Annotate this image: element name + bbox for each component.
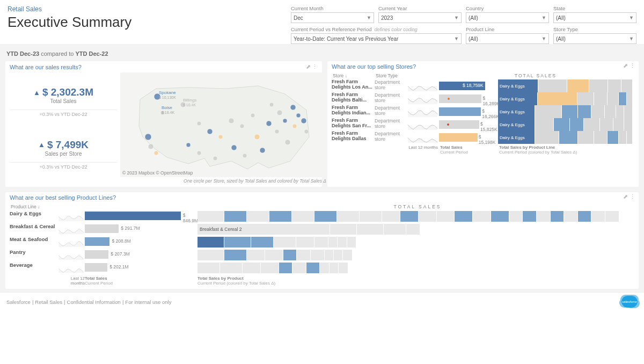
store-bar[interactable]: $ 16,289K bbox=[439, 92, 498, 105]
store-name[interactable]: Fresh Farm Delights Balti... bbox=[332, 92, 375, 105]
sparkline bbox=[407, 79, 439, 92]
svg-text:Spokane: Spokane bbox=[159, 90, 176, 95]
expand-icon[interactable]: ⬈ bbox=[306, 63, 311, 70]
label-period: Current Period vs Reference Period defin… bbox=[291, 26, 462, 32]
store-treemap[interactable]: Dairy & Eggs bbox=[498, 118, 632, 131]
product-line-name[interactable]: Breakfast & Cereal bbox=[10, 223, 58, 236]
panel-title-sales: What are our sales results? bbox=[10, 64, 82, 70]
store-type: Department store bbox=[375, 131, 407, 144]
select-state[interactable]: (All)▼ bbox=[553, 12, 636, 23]
panel-title-products: What are our best selling Product Lines? bbox=[10, 194, 116, 201]
select-period[interactable]: Year-to-Date: Current Year vs Previous Y… bbox=[291, 33, 462, 44]
col-total-sales: TOTAL SALES bbox=[439, 72, 632, 79]
store-bar[interactable]: $ 15,825K bbox=[439, 118, 498, 131]
more-icon[interactable]: ⋮ bbox=[630, 193, 635, 200]
chevron-down-icon: ▼ bbox=[629, 15, 634, 20]
svg-point-15 bbox=[260, 148, 265, 153]
svg-text:$ 10.4K: $ 10.4K bbox=[183, 103, 196, 107]
chevron-down-icon: ▼ bbox=[541, 36, 546, 41]
store-bar[interactable]: $ 18,759K bbox=[439, 79, 498, 92]
store-treemap[interactable]: Dairy & Eggs bbox=[498, 105, 632, 118]
svg-point-26 bbox=[304, 129, 309, 134]
expand-icon[interactable]: ⬈ bbox=[623, 62, 628, 69]
store-name[interactable]: Fresh Farm Delights Indian... bbox=[332, 105, 375, 118]
svg-point-4 bbox=[148, 144, 153, 149]
select-product-line[interactable]: (All)▼ bbox=[466, 33, 549, 44]
store-bar[interactable]: $ 16,266K bbox=[439, 105, 498, 118]
col-product-line[interactable]: Product Line ↓ bbox=[10, 203, 58, 210]
label-current-month: Current Month bbox=[291, 5, 374, 11]
select-country[interactable]: (All)▼ bbox=[466, 12, 549, 23]
svg-text:$ 10,130K: $ 10,130K bbox=[159, 96, 176, 99]
store-treemap[interactable]: Dairy & Eggs bbox=[498, 131, 632, 144]
salesforce-logo: salesforce bbox=[621, 296, 638, 308]
more-icon[interactable]: ⋮ bbox=[630, 62, 635, 69]
store-treemap[interactable]: Dairy & Eggs bbox=[498, 92, 632, 105]
product-treemap[interactable] bbox=[197, 249, 638, 262]
sparkline bbox=[407, 131, 439, 144]
product-bar[interactable]: $ 208.8M bbox=[85, 236, 197, 249]
sparkline bbox=[58, 262, 85, 275]
svg-point-7 bbox=[207, 129, 213, 134]
footer-text: Salesforce|Retail Sales|Confidential Inf… bbox=[6, 299, 171, 305]
product-bar[interactable]: $ 291.7M bbox=[85, 223, 197, 236]
product-line-name[interactable]: Beverage bbox=[10, 262, 58, 275]
panel-product-lines: What are our best selling Product Lines?… bbox=[5, 192, 639, 289]
product-treemap[interactable] bbox=[197, 262, 638, 275]
product-bar[interactable]: $ 202.1M bbox=[85, 262, 197, 275]
svg-point-6 bbox=[197, 121, 201, 126]
svg-point-12 bbox=[243, 154, 247, 158]
expand-icon[interactable]: ⬈ bbox=[623, 193, 628, 200]
svg-text:Boise: Boise bbox=[162, 105, 173, 110]
store-type: Department store bbox=[375, 118, 407, 131]
chevron-down-icon: ▼ bbox=[367, 15, 371, 20]
svg-point-10 bbox=[231, 145, 237, 150]
svg-text:Billings: Billings bbox=[183, 98, 196, 103]
panel-sales-results: What are our sales results? ⬈⋮ ▲$ 2,302.… bbox=[5, 61, 322, 187]
svg-point-23 bbox=[292, 124, 297, 128]
svg-point-24 bbox=[296, 113, 301, 118]
svg-point-25 bbox=[301, 118, 306, 123]
chevron-down-icon: ▼ bbox=[454, 15, 459, 20]
product-treemap[interactable] bbox=[197, 210, 638, 223]
kpi-total-sales: ▲$ 2,302.3M Total Sales +0.3% vs YTD Dec… bbox=[10, 86, 117, 117]
store-name[interactable]: Fresh Farm Delights Dallas bbox=[332, 131, 375, 144]
chevron-down-icon: ▼ bbox=[454, 36, 459, 41]
svg-point-21 bbox=[285, 140, 290, 145]
store-treemap[interactable]: Dairy & Eggs bbox=[498, 79, 632, 92]
product-line-name[interactable]: Meat & Seafood bbox=[10, 236, 58, 249]
product-treemap[interactable]: Breakfast & Cereal 2 bbox=[197, 223, 638, 236]
svg-point-27 bbox=[213, 156, 217, 161]
up-triangle-icon: ▲ bbox=[38, 141, 45, 149]
svg-point-16 bbox=[266, 121, 272, 126]
label-country: Country bbox=[466, 5, 549, 11]
col-store[interactable]: Store ↓ bbox=[332, 72, 375, 79]
breadcrumb[interactable]: Retail Sales bbox=[8, 5, 131, 13]
select-store-type[interactable]: (All)▼ bbox=[553, 33, 636, 44]
select-current-month[interactable]: Dec▼ bbox=[291, 12, 374, 23]
more-icon[interactable]: ⋮ bbox=[312, 63, 318, 70]
col-store-type: Store Type bbox=[375, 72, 407, 79]
store-bar[interactable]: $ 15,198K bbox=[439, 131, 498, 144]
product-bar[interactable]: $ 207.3M bbox=[85, 249, 197, 262]
page-title: Executive Summary bbox=[8, 14, 131, 31]
chevron-down-icon: ▼ bbox=[541, 15, 546, 20]
svg-point-8 bbox=[218, 135, 223, 139]
sales-map[interactable]: Spokane $ 10,130K Boise $ 18.4K Billings… bbox=[120, 72, 326, 177]
period-comparison: YTD Dec-23 compared to YTD Dec-22 bbox=[5, 48, 639, 61]
store-name[interactable]: Fresh Farm Delights Los An... bbox=[332, 79, 375, 92]
col-total-sales-prod: TOTAL SALES bbox=[197, 203, 638, 210]
svg-point-28 bbox=[197, 151, 201, 155]
map-attribution: © 2023 Mapbox © OpenStreetMap bbox=[122, 170, 193, 176]
store-name[interactable]: Fresh Farm Delights San Fr... bbox=[332, 118, 375, 131]
chevron-down-icon: ▼ bbox=[629, 36, 634, 41]
product-bar[interactable]: $ 846.9M bbox=[85, 210, 197, 223]
svg-point-18 bbox=[275, 129, 279, 134]
panel-title-stores: What are our top selling Stores? bbox=[332, 63, 416, 70]
product-line-name[interactable]: Dairy & Eggs bbox=[10, 210, 58, 223]
sparkline bbox=[407, 118, 439, 131]
svg-point-17 bbox=[269, 103, 274, 107]
product-treemap[interactable] bbox=[197, 236, 638, 249]
select-current-year[interactable]: 2023▼ bbox=[378, 12, 462, 23]
product-line-name[interactable]: Pantry bbox=[10, 249, 58, 262]
